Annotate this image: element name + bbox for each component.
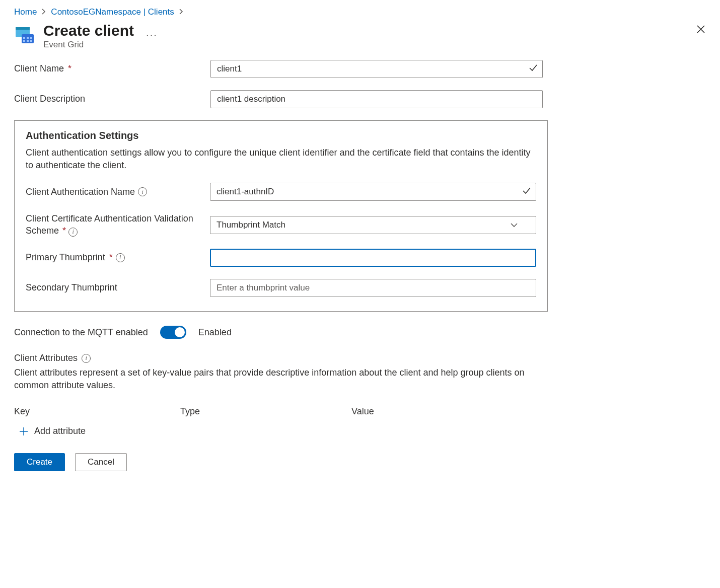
authentication-settings-section: Authentication Settings Client authentic… bbox=[14, 120, 548, 312]
auth-section-description: Client authentication settings allow you… bbox=[26, 146, 536, 172]
svg-rect-8 bbox=[30, 40, 32, 42]
secondary-thumbprint-label: Secondary Thumbprint bbox=[26, 282, 117, 293]
client-description-input[interactable] bbox=[210, 90, 543, 108]
attributes-col-key: Key bbox=[14, 406, 180, 417]
client-name-input[interactable] bbox=[210, 60, 543, 78]
add-attribute-label: Add attribute bbox=[34, 426, 86, 436]
page-header: Create client Event Grid ··· bbox=[14, 22, 706, 50]
svg-rect-1 bbox=[16, 27, 30, 30]
svg-rect-4 bbox=[27, 37, 29, 39]
svg-rect-3 bbox=[23, 37, 25, 39]
chevron-right-icon bbox=[42, 9, 46, 16]
client-description-label: Client Description bbox=[14, 93, 85, 105]
info-icon[interactable]: i bbox=[82, 354, 91, 363]
add-attribute-button[interactable]: Add attribute bbox=[18, 426, 86, 437]
client-attributes-header: Client Attributes bbox=[14, 353, 78, 363]
svg-rect-5 bbox=[30, 37, 32, 39]
required-asterisk: * bbox=[68, 63, 71, 75]
event-grid-icon bbox=[14, 24, 36, 46]
attributes-col-value: Value bbox=[351, 406, 706, 417]
attributes-table-header: Key Type Value bbox=[14, 406, 706, 417]
secondary-thumbprint-input[interactable] bbox=[210, 279, 536, 297]
plus-icon bbox=[18, 426, 29, 437]
page-subtitle: Event Grid bbox=[43, 40, 134, 50]
chevron-down-icon bbox=[511, 220, 518, 230]
svg-rect-6 bbox=[23, 40, 25, 42]
client-attributes-description: Client attributes represent a set of key… bbox=[14, 366, 548, 392]
breadcrumb-home[interactable]: Home bbox=[14, 7, 37, 17]
primary-thumbprint-input[interactable] bbox=[210, 249, 536, 267]
close-button[interactable] bbox=[696, 24, 706, 36]
breadcrumb: Home ContosoEGNamespace | Clients bbox=[14, 7, 706, 17]
required-asterisk: * bbox=[62, 226, 66, 236]
svg-rect-7 bbox=[27, 40, 29, 42]
info-icon[interactable]: i bbox=[138, 187, 147, 196]
validation-scheme-select[interactable]: Thumbprint Match bbox=[210, 216, 536, 234]
mqtt-enabled-toggle[interactable] bbox=[160, 326, 186, 339]
validation-scheme-label: Client Certificate Authentication Valida… bbox=[26, 213, 193, 235]
mqtt-state-label: Enabled bbox=[198, 327, 232, 338]
info-icon[interactable]: i bbox=[116, 253, 125, 262]
page-title: Create client bbox=[43, 22, 134, 39]
required-asterisk: * bbox=[109, 252, 113, 263]
info-icon[interactable]: i bbox=[68, 228, 78, 237]
authn-name-input[interactable] bbox=[210, 183, 536, 201]
primary-thumbprint-label: Primary Thumbprint bbox=[26, 252, 105, 263]
mqtt-connection-label: Connection to the MQTT enabled bbox=[14, 327, 148, 338]
cancel-button[interactable]: Cancel bbox=[75, 453, 127, 471]
chevron-right-icon bbox=[179, 9, 183, 16]
attributes-col-type: Type bbox=[180, 406, 351, 417]
validation-scheme-value: Thumbprint Match bbox=[217, 220, 285, 230]
client-name-label: Client Name bbox=[14, 63, 64, 75]
breadcrumb-namespace[interactable]: ContosoEGNamespace | Clients bbox=[51, 7, 174, 17]
more-menu-button[interactable]: ··· bbox=[146, 29, 158, 41]
auth-section-title: Authentication Settings bbox=[26, 130, 536, 141]
authn-name-label: Client Authentication Name bbox=[26, 186, 135, 198]
create-button[interactable]: Create bbox=[14, 453, 65, 471]
